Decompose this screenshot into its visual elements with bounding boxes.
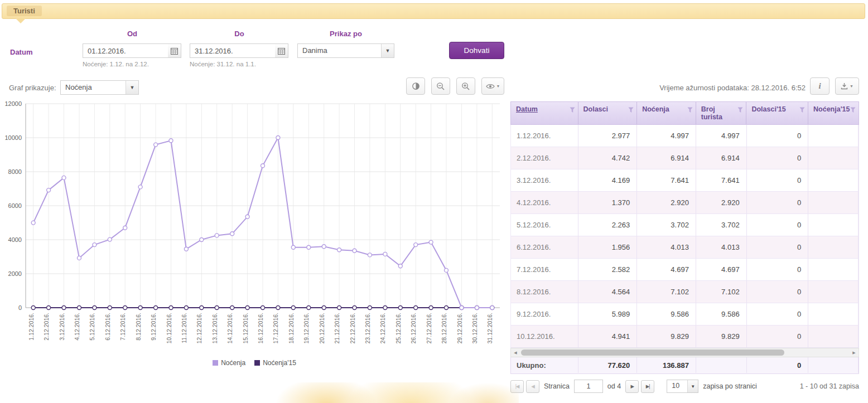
- page-number-input[interactable]: [574, 380, 603, 393]
- date-to-input[interactable]: [190, 43, 276, 58]
- prev-page-button[interactable]: ◀: [526, 380, 539, 393]
- filter-icon[interactable]: [687, 107, 693, 113]
- last-page-button[interactable]: ▶|: [641, 380, 654, 393]
- column-header-label[interactable]: Datum: [516, 105, 538, 113]
- page-size-select[interactable]: 10 ▼: [667, 380, 698, 393]
- date-from-calendar-button[interactable]: [168, 43, 181, 58]
- active-tab-pointer: [16, 18, 26, 23]
- cell-value: 3.702: [696, 214, 747, 236]
- series-visibility-button[interactable]: ▼: [481, 77, 504, 95]
- chevron-down-icon[interactable]: ▼: [381, 44, 394, 57]
- export-button[interactable]: ▼: [835, 77, 859, 95]
- cell-value: 9.586: [696, 303, 747, 326]
- svg-text:20.12.2016.: 20.12.2016.: [319, 313, 325, 343]
- cell-value: 7.641: [696, 169, 747, 192]
- horizontal-scrollbar[interactable]: ◀ ▶: [510, 348, 859, 357]
- svg-text:19.12.2016.: 19.12.2016.: [303, 313, 310, 343]
- zoom-out-button[interactable]: [431, 77, 450, 95]
- table-row[interactable]: 8.12.2016.4.5647.1027.1020: [510, 281, 859, 303]
- column-header-5[interactable]: Noćenja'15: [808, 102, 859, 124]
- column-header-label[interactable]: Broj turista: [701, 105, 722, 121]
- filter-icon[interactable]: [850, 107, 856, 113]
- table-row[interactable]: 2.12.2016.4.7426.9146.9140: [510, 147, 859, 169]
- pagination-bar: |◀ ◀ Stranica od 4 ▶ ▶| 10 ▼ zapisa po s…: [510, 379, 859, 394]
- table-row[interactable]: 6.12.2016.1.9564.0134.0130: [510, 236, 859, 259]
- scroll-right-arrow[interactable]: ▶: [850, 348, 859, 357]
- table-row[interactable]: 1.12.2016.2.9774.9974.9970: [510, 125, 859, 147]
- column-header-0[interactable]: Datum: [511, 102, 578, 124]
- svg-text:15.12.2016.: 15.12.2016.: [242, 313, 249, 343]
- chevron-down-icon[interactable]: ▼: [687, 380, 698, 392]
- cell-value: 4.697: [637, 259, 696, 281]
- info-button[interactable]: i: [810, 77, 830, 95]
- svg-text:14.12.2016.: 14.12.2016.: [226, 313, 233, 343]
- dohvati-button[interactable]: Dohvati: [449, 42, 504, 59]
- cell-value: [808, 303, 859, 326]
- cell-value: 2.920: [696, 192, 747, 214]
- svg-text:12.12.2016.: 12.12.2016.: [196, 313, 202, 343]
- chart-plot-area[interactable]: 1.12.2016.2.12.2016.3.12.2016.4.12.2016.…: [3, 100, 505, 358]
- cell-value: 4.997: [696, 125, 747, 147]
- cell-value: 6.914: [696, 147, 747, 169]
- do-label: Do: [190, 30, 289, 38]
- cell-value: 5.989: [578, 303, 638, 326]
- scroll-left-arrow[interactable]: ◀: [511, 348, 520, 357]
- column-header-label[interactable]: Noćenja: [642, 105, 669, 113]
- total-value: [696, 357, 747, 373]
- svg-text:4000: 4000: [8, 236, 22, 243]
- graf-series-select[interactable]: Noćenja ▼: [60, 80, 139, 95]
- cell-value: 7.102: [637, 281, 696, 303]
- scrollbar-thumb[interactable]: [521, 349, 784, 356]
- table-row[interactable]: 10.12.2016.4.9419.8299.8290: [510, 326, 859, 348]
- zoom-in-button[interactable]: [456, 77, 475, 95]
- cell-value: [808, 125, 859, 147]
- filter-icon[interactable]: [799, 107, 805, 113]
- cell-value: 0: [747, 326, 809, 348]
- next-page-button[interactable]: ▶: [625, 380, 639, 393]
- first-page-button[interactable]: |◀: [510, 380, 524, 393]
- filter-icon[interactable]: [737, 107, 743, 113]
- filter-icon[interactable]: [628, 107, 634, 113]
- cell-value: [808, 214, 859, 236]
- zoom-out-icon: [436, 82, 445, 91]
- svg-text:10.12.2016.: 10.12.2016.: [166, 313, 172, 343]
- column-header-1[interactable]: Dolasci: [578, 102, 638, 124]
- table-row[interactable]: 5.12.2016.2.2633.7023.7020: [510, 214, 859, 236]
- graf-prikazuje-label: Graf prikazuje:: [9, 84, 56, 92]
- svg-text:30.12.2016.: 30.12.2016.: [471, 313, 478, 343]
- toggle-button[interactable]: [406, 77, 425, 95]
- column-header-4[interactable]: Dolasci'15: [746, 102, 808, 124]
- svg-text:7.12.2016.: 7.12.2016.: [119, 313, 126, 341]
- chevron-down-icon[interactable]: ▼: [126, 81, 138, 94]
- table-row[interactable]: 3.12.2016.4.1697.6417.6410: [510, 169, 859, 192]
- table-row[interactable]: 4.12.2016.1.3702.9202.9200: [510, 192, 859, 214]
- date-from-input[interactable]: [83, 43, 169, 58]
- filter-icon[interactable]: [570, 107, 575, 113]
- line-chart[interactable]: 1.12.2016.2.12.2016.3.12.2016.4.12.2016.…: [3, 100, 505, 375]
- table-row[interactable]: 7.12.2016.2.5824.6974.6970: [510, 259, 859, 281]
- svg-text:16.12.2016.: 16.12.2016.: [257, 313, 264, 343]
- legend-item[interactable]: Noćenja'15: [254, 359, 296, 367]
- column-header-label[interactable]: Noćenja'15: [813, 105, 850, 113]
- svg-text:11.12.2016.: 11.12.2016.: [181, 313, 187, 343]
- column-header-2[interactable]: Noćenja: [637, 102, 696, 124]
- cell-value: 0: [747, 303, 809, 326]
- column-header-label[interactable]: Dolasci: [584, 105, 608, 113]
- page-size-label: zapisa po stranici: [703, 382, 757, 390]
- column-header-3[interactable]: Broj turista: [696, 102, 747, 124]
- table-row[interactable]: 9.12.2016.5.9899.5869.5860: [510, 303, 859, 326]
- cell-value: 4.013: [696, 236, 747, 259]
- cell-value: [808, 259, 859, 281]
- svg-text:28.12.2016.: 28.12.2016.: [441, 313, 447, 343]
- bottom-decoration: [262, 382, 519, 403]
- cell-date: 8.12.2016.: [511, 281, 578, 303]
- column-header-label[interactable]: Dolasci'15: [751, 105, 785, 113]
- cell-value: 0: [747, 192, 809, 214]
- tab-turisti[interactable]: Turisti: [7, 6, 42, 16]
- prikaz-po-select[interactable]: Danima ▼: [297, 43, 394, 58]
- legend-item[interactable]: Noćenja: [213, 359, 245, 367]
- svg-text:5.12.2016.: 5.12.2016.: [89, 313, 95, 341]
- date-to-calendar-button[interactable]: [275, 43, 288, 58]
- datum-label: Datum: [10, 48, 32, 56]
- svg-text:2000: 2000: [8, 270, 22, 277]
